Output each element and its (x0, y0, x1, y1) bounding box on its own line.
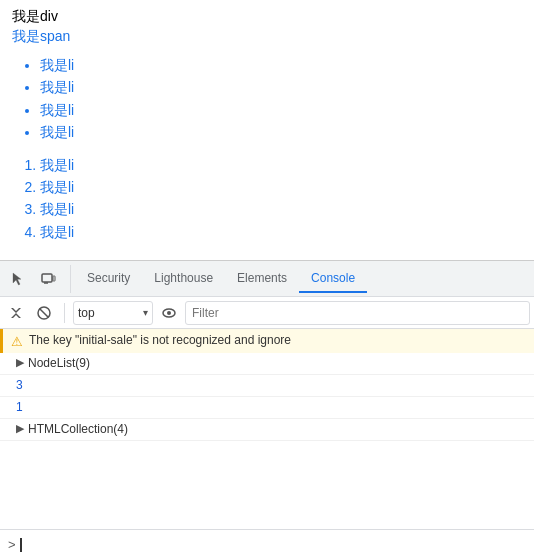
console-prompt-icon: > (8, 537, 16, 552)
div-text: 我是div (12, 8, 522, 26)
svg-point-7 (167, 311, 171, 315)
pause-exceptions-button[interactable] (32, 301, 56, 325)
devtools-tab-bar: Security Lighthouse Elements Console (0, 261, 534, 297)
htmlcollection-text: HTMLCollection(4) (28, 422, 128, 436)
expand-arrow-icon-2: ▶ (16, 422, 24, 435)
eager-eval-button[interactable] (157, 301, 181, 325)
clear-console-button[interactable] (4, 301, 28, 325)
toolbar-divider (64, 303, 65, 323)
ol-item-3: 我是li (40, 198, 522, 220)
devtools-console-toolbar: top ▾ (0, 297, 534, 329)
devtools-toolbar-icons (4, 265, 71, 293)
cursor-tool-button[interactable] (4, 265, 32, 293)
filter-input-wrapper[interactable] (185, 301, 530, 325)
svg-rect-0 (42, 274, 52, 282)
context-selector[interactable]: top ▾ (73, 301, 153, 325)
console-htmlcollection-item[interactable]: ▶ HTMLCollection(4) (0, 419, 534, 441)
console-number-1: 1 (0, 397, 534, 419)
page-content: 我是div 我是span 我是li 我是li 我是li 我是li 我是li 我是… (0, 0, 534, 260)
tab-lighthouse[interactable]: Lighthouse (142, 265, 225, 293)
console-nodelist-item[interactable]: ▶ NodeList(9) (0, 353, 534, 375)
ordered-list: 我是li 我是li 我是li 我是li (12, 154, 522, 244)
nodelist-text: NodeList(9) (28, 356, 90, 370)
ul-item-1: 我是li (40, 54, 522, 76)
console-cursor (20, 538, 22, 552)
tab-security[interactable]: Security (75, 265, 142, 293)
span-text: 我是span (12, 28, 522, 46)
context-select-text: top (78, 306, 141, 320)
console-number-3: 3 (0, 375, 534, 397)
svg-rect-1 (53, 276, 55, 281)
tab-elements[interactable]: Elements (225, 265, 299, 293)
ol-item-4: 我是li (40, 221, 522, 243)
ol-item-2: 我是li (40, 176, 522, 198)
ul-item-3: 我是li (40, 99, 522, 121)
devtools-tabs: Security Lighthouse Elements Console (75, 265, 530, 293)
device-toggle-button[interactable] (34, 265, 62, 293)
svg-line-5 (40, 308, 49, 317)
console-warning-item: ⚠ The key "initial-sale" is not recogniz… (0, 329, 534, 353)
svg-marker-3 (11, 308, 21, 318)
tab-console[interactable]: Console (299, 265, 367, 293)
console-output: ⚠ The key "initial-sale" is not recogniz… (0, 329, 534, 529)
console-input-line[interactable]: > (0, 529, 534, 559)
ol-item-1: 我是li (40, 154, 522, 176)
expand-arrow-icon: ▶ (16, 356, 24, 369)
context-select-arrow-icon: ▾ (143, 307, 148, 318)
ul-item-2: 我是li (40, 76, 522, 98)
ul-item-4: 我是li (40, 121, 522, 143)
filter-input[interactable] (192, 306, 523, 320)
unordered-list: 我是li 我是li 我是li 我是li (12, 54, 522, 144)
warning-text: The key "initial-sale" is not recognized… (29, 333, 291, 347)
warning-icon: ⚠ (11, 334, 23, 349)
devtools-panel: Security Lighthouse Elements Console top… (0, 260, 534, 559)
